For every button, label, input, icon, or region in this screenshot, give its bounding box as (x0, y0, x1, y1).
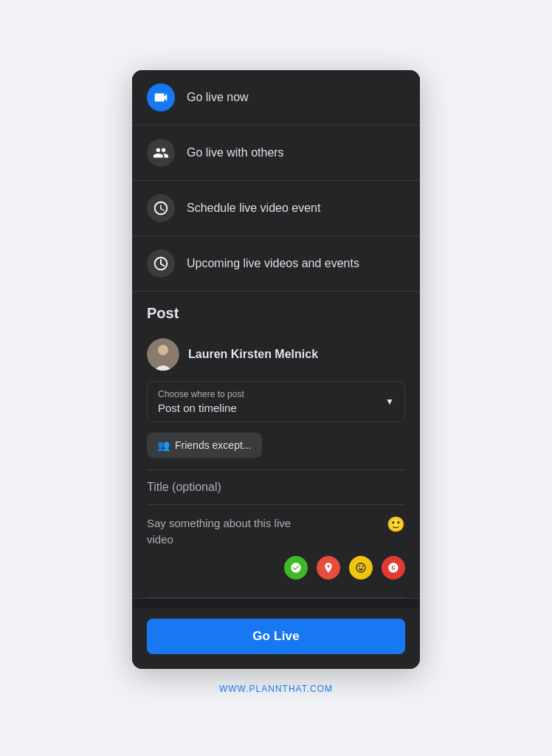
go-live-others-label: Go live with others (187, 146, 284, 159)
dropdown-label: Choose where to post (158, 389, 244, 399)
go-live-button-wrapper: Go Live (132, 608, 420, 669)
go-live-label: Go Live (252, 629, 300, 643)
upcoming-live-icon (147, 250, 175, 278)
tag-people-button[interactable] (284, 556, 308, 580)
dropdown-value: Post on timeline (158, 402, 244, 414)
say-something-wrapper: Say something about this livevideo 🙂 (147, 505, 405, 598)
post-header: Post (132, 292, 420, 329)
post-section: Post Lauren Kirsten Melnick (132, 292, 420, 598)
menu-item-go-live-others[interactable]: Go live with others (132, 126, 420, 181)
friends-icon: 👥 (157, 439, 170, 451)
audience-label: Friends except... (175, 439, 252, 451)
sticker-icon (387, 562, 399, 574)
upcoming-live-label: Upcoming live videos and events (187, 257, 359, 270)
dropdown-content: Choose where to post Post on timeline (158, 389, 244, 414)
location-button[interactable] (317, 556, 340, 580)
tag-people-icon (290, 562, 302, 574)
avatar-image (147, 338, 179, 371)
post-section-title: Post (147, 305, 179, 321)
emoji-button[interactable]: 🙂 (387, 515, 405, 533)
phone-container: Go live now Go live with others Sc (132, 70, 420, 669)
action-icons-row (147, 549, 405, 590)
location-pin-icon (322, 562, 334, 574)
camera-video-icon (153, 89, 169, 106)
chevron-down-icon: ▼ (385, 396, 394, 407)
menu-item-go-live-now[interactable]: Go live now (132, 70, 420, 126)
schedule-live-icon (147, 194, 175, 222)
go-live-now-label: Go live now (187, 91, 249, 104)
audience-button[interactable]: 👥 Friends except... (147, 433, 262, 458)
schedule-live-label: Schedule live video event (187, 202, 320, 215)
footer-text: WWW.PLANNTHAT.COM (219, 684, 333, 694)
user-name: Lauren Kirsten Melnick (188, 348, 318, 361)
emoji-reaction-button[interactable] (349, 556, 373, 580)
menu-item-upcoming-live[interactable]: Upcoming live videos and events (132, 236, 420, 291)
user-row: Lauren Kirsten Melnick (132, 329, 420, 381)
post-location-dropdown[interactable]: Choose where to post Post on timeline ▼ (147, 381, 405, 422)
menu-section: Go live now Go live with others Sc (132, 70, 420, 292)
title-input[interactable] (147, 481, 405, 494)
page-wrapper: Go live now Go live with others Sc (0, 0, 552, 756)
star-icon (153, 255, 169, 272)
svg-point-1 (158, 345, 168, 355)
go-live-button[interactable]: Go Live (147, 619, 405, 654)
clock-icon (153, 200, 169, 216)
go-live-others-icon (147, 139, 175, 167)
title-input-wrapper (147, 470, 405, 505)
group-people-icon (153, 145, 169, 161)
menu-item-schedule-live[interactable]: Schedule live video event (132, 181, 420, 236)
smiley-face-icon (355, 562, 367, 574)
avatar (147, 338, 179, 371)
say-something-text: Say something about this livevideo (147, 515, 405, 549)
spacer-bar (132, 598, 420, 608)
go-live-now-icon (147, 83, 175, 111)
gif-sticker-button[interactable] (382, 556, 405, 580)
